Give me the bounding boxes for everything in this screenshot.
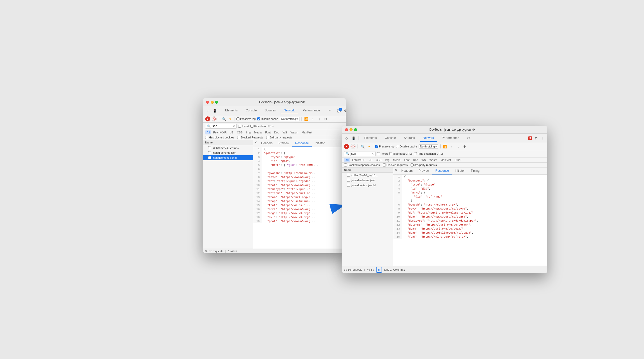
invert-label-front[interactable]: Invert bbox=[377, 152, 388, 155]
filter-icon-back[interactable]: ▾ bbox=[228, 117, 232, 121]
file-item-schema-back[interactable]: jsonld-schema.json bbox=[203, 150, 253, 155]
file-item-collect-front[interactable]: collect?v=1&_v=j10... bbox=[342, 173, 393, 178]
file-item-jsonldcontext-front[interactable]: jsonldcontext.jsonld bbox=[342, 183, 393, 188]
file-check-collect-front[interactable] bbox=[347, 174, 350, 177]
filter-js-front[interactable]: JS bbox=[368, 158, 374, 162]
tab-sources-front[interactable]: Sources bbox=[401, 135, 418, 142]
preserve-log-label-front[interactable]: Preserve log bbox=[375, 145, 395, 148]
wifi-icon-front[interactable]: 📶 bbox=[443, 144, 448, 149]
tab-network-back[interactable]: Network bbox=[281, 107, 298, 114]
wifi-icon-back[interactable]: 📶 bbox=[304, 116, 309, 121]
blocked-requests-back[interactable]: Blocked Requests bbox=[237, 136, 263, 139]
third-party-check-front[interactable] bbox=[411, 163, 414, 166]
file-item-jsonldcontext-back[interactable]: jsonldcontext.jsonld bbox=[203, 155, 253, 160]
filter-css-front[interactable]: CSS bbox=[374, 158, 383, 162]
settings-icon[interactable]: ⚙ bbox=[343, 108, 346, 113]
maximize-button[interactable] bbox=[215, 101, 218, 104]
tab-elements-front[interactable]: Elements bbox=[361, 135, 380, 142]
tab-console-back[interactable]: Console bbox=[243, 107, 260, 114]
resp-tab-timing-front[interactable]: Timing bbox=[468, 167, 483, 174]
tab-elements-back[interactable]: Elements bbox=[222, 107, 241, 114]
hide-data-urls-label-back[interactable]: Hide data URLs bbox=[250, 125, 274, 128]
download-icon-front[interactable]: ↓ bbox=[456, 144, 461, 149]
third-party-front[interactable]: 3rd-party requests bbox=[411, 163, 437, 166]
invert-label-back[interactable]: Invert bbox=[238, 125, 249, 128]
filter-all-back[interactable]: All bbox=[205, 130, 211, 134]
resp-tab-preview-back[interactable]: Preview bbox=[275, 140, 292, 147]
resp-tab-headers-back[interactable]: Headers bbox=[258, 140, 275, 147]
invert-check-front[interactable] bbox=[377, 152, 380, 155]
has-blocked-cookies-check-back[interactable] bbox=[205, 136, 208, 139]
file-check-jsonld-back[interactable] bbox=[208, 156, 211, 159]
blocked-requests-front[interactable]: Blocked requests bbox=[383, 163, 408, 166]
filter-fetch-xhr-front[interactable]: Fetch/XHR bbox=[351, 158, 367, 162]
filter-ws-front[interactable]: WS bbox=[420, 158, 427, 162]
close-button-front[interactable] bbox=[345, 128, 348, 131]
resp-tab-response-front[interactable]: Response bbox=[432, 167, 452, 174]
search-clear-front[interactable]: ✕ bbox=[372, 152, 374, 155]
disable-cache-label-front[interactable]: Disable cache bbox=[396, 145, 417, 148]
file-item-collect-back[interactable]: collect?v=1&_v=j10... bbox=[203, 145, 253, 150]
resp-tab-headers-front[interactable]: Headers bbox=[398, 167, 416, 174]
hide-data-urls-label-front[interactable]: Hide data URLs bbox=[389, 152, 413, 155]
device-icon[interactable]: 📱 bbox=[212, 108, 217, 113]
settings2-icon-back[interactable]: ⚙ bbox=[323, 116, 328, 121]
tab-network-front[interactable]: Network bbox=[420, 135, 437, 142]
maximize-button-front[interactable] bbox=[354, 128, 357, 131]
upload-icon-back[interactable]: ↑ bbox=[310, 116, 315, 121]
has-blocked-cookies-back[interactable]: Has blocked cookies bbox=[205, 136, 234, 139]
download-icon-back[interactable]: ↓ bbox=[317, 116, 322, 121]
tab-sources-back[interactable]: Sources bbox=[262, 107, 279, 114]
close-panel-btn-front[interactable]: ✕ bbox=[393, 167, 398, 172]
tab-more-back[interactable]: >> bbox=[325, 107, 335, 114]
search-input-back[interactable] bbox=[212, 124, 232, 128]
preserve-log-label-back[interactable]: Preserve log bbox=[236, 117, 256, 120]
blocked-requests-check-front[interactable] bbox=[383, 163, 386, 166]
inspect-icon-front[interactable]: ⊹ bbox=[344, 136, 349, 141]
hide-extension-urls-label-front[interactable]: Hide extension URLs bbox=[414, 152, 443, 155]
upload-icon-front[interactable]: ↑ bbox=[449, 144, 454, 149]
search-box-back[interactable]: 🔍 ✕ bbox=[205, 124, 237, 129]
hide-data-urls-check-front[interactable] bbox=[389, 152, 392, 155]
search-clear-back[interactable]: ✕ bbox=[233, 125, 235, 128]
filter-doc-front[interactable]: Doc bbox=[412, 158, 420, 162]
third-party-check-back[interactable] bbox=[266, 136, 269, 139]
filter-other-front[interactable]: Other bbox=[453, 158, 463, 162]
device-icon-front[interactable]: 📱 bbox=[351, 136, 356, 141]
file-check-schema-front[interactable] bbox=[347, 179, 350, 182]
filter-media-back[interactable]: Media bbox=[253, 130, 263, 134]
blocked-response-cookies-front[interactable]: Blocked response cookies bbox=[344, 163, 380, 166]
more-icon-front[interactable]: ⋮ bbox=[540, 136, 545, 141]
disable-cache-check-back[interactable] bbox=[257, 117, 260, 120]
hide-extension-urls-check-front[interactable] bbox=[414, 152, 417, 155]
filter-doc-back[interactable]: Doc bbox=[273, 130, 281, 134]
throttle-dropdown-front[interactable]: No throttling ▾ bbox=[419, 144, 438, 149]
throttle-dropdown-back[interactable]: No throttling ▾ bbox=[280, 117, 299, 121]
json-formatter-button[interactable]: {} bbox=[376, 267, 382, 273]
filter-css-back[interactable]: CSS bbox=[235, 130, 244, 134]
filter-js-back[interactable]: JS bbox=[229, 130, 235, 134]
filter-img-back[interactable]: Img bbox=[245, 130, 252, 134]
filter-icon-front[interactable]: ▾ bbox=[367, 144, 371, 149]
filter-manifest-front[interactable]: Manifest bbox=[439, 158, 453, 162]
close-button[interactable] bbox=[206, 101, 209, 104]
filter-font-front[interactable]: Font bbox=[403, 158, 411, 162]
filter-wasm-back[interactable]: Wasm bbox=[289, 130, 300, 134]
search-icon-front[interactable]: 🔍 bbox=[360, 144, 366, 149]
filter-ws-back[interactable]: WS bbox=[281, 130, 288, 134]
filter-manifest-back[interactable]: Manifest bbox=[300, 130, 314, 134]
tab-console-front[interactable]: Console bbox=[382, 135, 399, 142]
minimize-button-front[interactable] bbox=[350, 128, 353, 131]
disable-cache-label-back[interactable]: Disable cache bbox=[257, 117, 278, 120]
clear-button-front[interactable]: 🚫 bbox=[351, 144, 356, 149]
file-item-schema-front[interactable]: jsonld-schema.json bbox=[342, 178, 393, 183]
third-party-back[interactable]: 3rd-party requests bbox=[266, 136, 292, 139]
inspect-icon[interactable]: ⊹ bbox=[205, 108, 210, 113]
file-check-jsonld-front[interactable] bbox=[347, 184, 350, 187]
settings2-icon-front[interactable]: ⚙ bbox=[462, 144, 467, 149]
close-panel-btn-back[interactable]: ✕ bbox=[253, 140, 258, 145]
record-button-front[interactable]: ● bbox=[344, 144, 349, 149]
blocked-resp-cookies-check-front[interactable] bbox=[344, 163, 347, 166]
record-button-back[interactable]: ● bbox=[205, 116, 210, 121]
tab-performance-front[interactable]: Performance bbox=[439, 135, 462, 142]
